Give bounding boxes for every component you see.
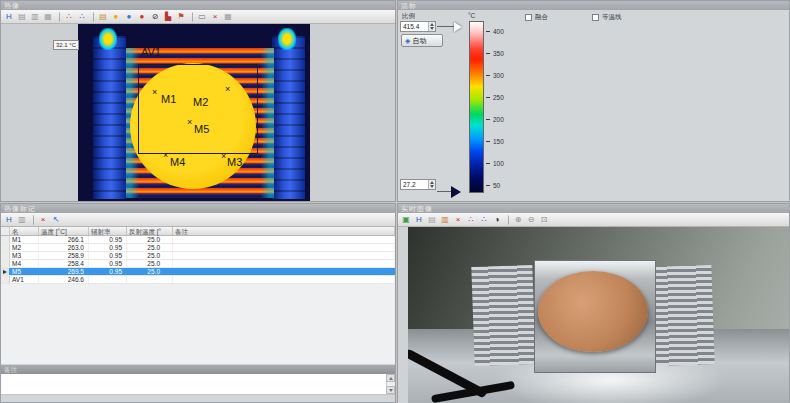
profile-blue-icon[interactable]: ∴	[76, 11, 88, 23]
row-selector[interactable]	[1, 252, 10, 259]
link-red-icon[interactable]: ∴	[465, 214, 477, 226]
scroll-down-button[interactable]	[386, 386, 395, 394]
spot-blue-icon[interactable]: ●	[123, 11, 135, 23]
area-av1-rectangle[interactable]	[138, 64, 258, 154]
row-selector[interactable]	[1, 244, 10, 251]
delete-icon[interactable]: ×	[209, 11, 221, 23]
report-icon[interactable]: ▤	[426, 214, 438, 226]
min-spinner[interactable]	[428, 180, 435, 189]
cell-reflected: 25.0	[127, 252, 173, 259]
scale-min-input[interactable]: 27.2	[400, 179, 436, 190]
separator	[91, 12, 94, 22]
checkbox-box[interactable]	[592, 14, 599, 21]
photo-panel-title: 实时图像	[398, 204, 789, 213]
image-icon[interactable]: ▣	[400, 214, 412, 226]
separator	[31, 215, 34, 225]
scale-tick: 400	[486, 26, 526, 36]
area-rect-icon[interactable]: ▭	[196, 11, 208, 23]
delete-icon[interactable]: ×	[452, 214, 464, 226]
tick-mark	[486, 119, 490, 120]
row-selector[interactable]	[1, 260, 10, 267]
marker-m4-label[interactable]: M4	[170, 157, 185, 168]
cell-name: M1	[10, 236, 39, 243]
scale-min-marker[interactable]	[451, 186, 461, 198]
row-selector[interactable]	[1, 236, 10, 243]
header-name[interactable]: 名	[10, 227, 39, 235]
tick-mark	[486, 53, 490, 54]
marker-m1-label[interactable]: M1	[161, 94, 176, 105]
zoom-fit-icon[interactable]: ⊡	[538, 214, 550, 226]
link-blue-icon[interactable]: ∴	[478, 214, 490, 226]
marker-m4-cross[interactable]: ×	[163, 151, 168, 160]
histogram-icon[interactable]: ▙	[162, 11, 174, 23]
marker-m5-label[interactable]: M5	[194, 124, 209, 135]
config-icon[interactable]: ▦	[222, 11, 234, 23]
scroll-up-button[interactable]	[386, 374, 395, 382]
M4[interactable]: M4 258.4 0.95 25.0	[1, 260, 395, 268]
scale-max-value[interactable]: 415.4	[401, 23, 428, 30]
cell-temperature: 258.4	[39, 260, 89, 267]
marker-m5-cross[interactable]: ×	[187, 118, 192, 127]
save-icon[interactable]: H	[413, 214, 425, 226]
palette-icon[interactable]: ▤	[97, 11, 109, 23]
header-temperature[interactable]: 温度 [°C]	[39, 227, 89, 235]
scale-min-value[interactable]: 27.2	[401, 181, 428, 188]
tick-mark	[486, 185, 490, 186]
header-emissivity[interactable]: 辐射率	[89, 227, 127, 235]
AV1[interactable]: AV1 246.6	[1, 276, 395, 284]
save-icon[interactable]: H	[3, 11, 15, 23]
auto-scale-button[interactable]: ◈ 自动	[401, 34, 443, 47]
scale-max-input[interactable]: 415.4	[400, 21, 436, 32]
isotherm-checkbox[interactable]: 等温线	[592, 13, 622, 22]
notes-scrollbar[interactable]	[386, 374, 395, 394]
photo-heatsink-left	[471, 265, 535, 366]
zoom-in-icon[interactable]: ⊕	[512, 214, 524, 226]
paste-icon[interactable]: ▥	[439, 214, 451, 226]
scale-max-marker[interactable]	[454, 22, 462, 32]
notes-textarea[interactable]	[1, 374, 395, 395]
max-spinner[interactable]	[428, 22, 435, 31]
spot-red-icon[interactable]: ●	[136, 11, 148, 23]
print-icon[interactable]: ▦	[42, 11, 54, 23]
cursor-icon[interactable]: ↖	[50, 214, 62, 226]
cell-note	[173, 268, 395, 275]
zoom-out-icon[interactable]: ⊖	[525, 214, 537, 226]
contrast-icon[interactable]: ◑	[491, 214, 503, 226]
temperature-scale-panel: 温标 比例 415.4 ◈ 自动 °C 40035030025020015010…	[397, 0, 790, 202]
M3[interactable]: M3 258.9 0.95 25.0	[1, 252, 395, 260]
cell-emissivity: 0.95	[89, 252, 127, 259]
save-icon[interactable]: H	[3, 214, 15, 226]
row-selector[interactable]	[1, 268, 10, 275]
M1[interactable]: M1 266.1 0.95 25.0	[1, 236, 395, 244]
row-selector[interactable]	[1, 276, 10, 283]
cell-emissivity: 0.95	[89, 236, 127, 243]
separator	[506, 215, 509, 225]
cell-name: M4	[10, 260, 39, 267]
cell-emissivity	[89, 276, 127, 283]
marker-m2-label[interactable]: M2	[193, 97, 208, 108]
delete-icon[interactable]: ×	[37, 214, 49, 226]
spot-temperature-note[interactable]: 32.1 °C	[53, 40, 79, 50]
header-note[interactable]: 备注	[173, 227, 395, 235]
marker-m2-cross[interactable]: ×	[225, 85, 230, 94]
marker-m3-cross[interactable]: ×	[221, 152, 226, 161]
scale-tick: 300	[486, 70, 526, 80]
copy-icon[interactable]: ▥	[16, 214, 28, 226]
flag-icon[interactable]: ⚑	[175, 11, 187, 23]
M5[interactable]: M5 269.5 0.95 25.0	[1, 268, 395, 276]
cell-name: M5	[10, 268, 39, 275]
tick-mark	[486, 75, 490, 76]
cell-note	[173, 276, 395, 283]
checkbox-box[interactable]	[525, 14, 532, 21]
marker-m1-cross[interactable]: ×	[152, 88, 157, 97]
fusion-checkbox[interactable]: 融合	[525, 13, 548, 22]
header-reflected[interactable]: 反射温度 [°	[127, 227, 173, 235]
spot-off-icon[interactable]: ⊘	[149, 11, 161, 23]
M2[interactable]: M2 263.0 0.95 25.0	[1, 244, 395, 252]
report-icon[interactable]: ▤	[16, 11, 28, 23]
marker-m3-label[interactable]: M3	[227, 157, 242, 168]
spot-yellow-icon[interactable]: ●	[110, 11, 122, 23]
profile-red-icon[interactable]: ∴	[63, 11, 75, 23]
copy-icon[interactable]: ▥	[29, 11, 41, 23]
area-av1-label[interactable]: AV1	[141, 46, 161, 58]
